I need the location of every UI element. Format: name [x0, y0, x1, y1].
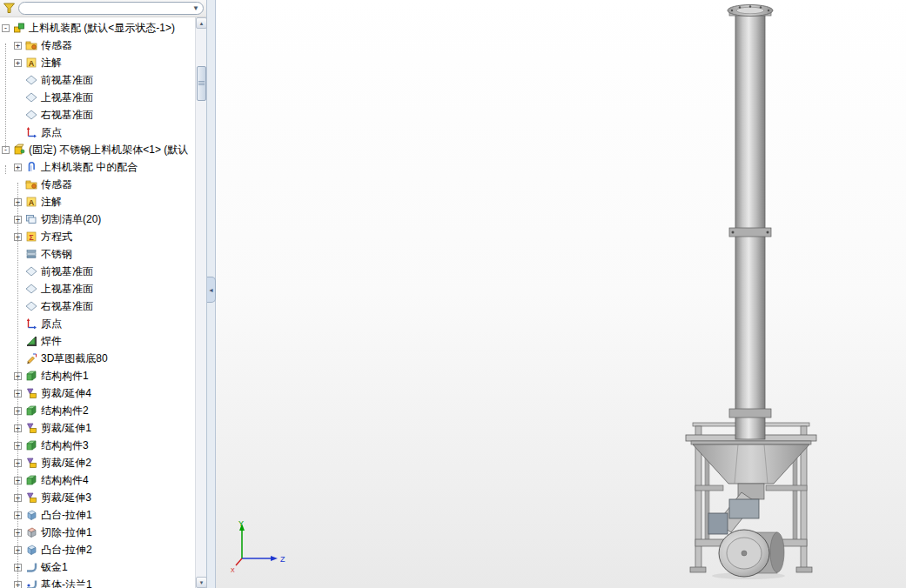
expand-toggle[interactable]: +: [14, 164, 22, 171]
tree-item[interactable]: -(固定) 不锈钢上料机架体<1> (默认: [0, 141, 195, 158]
tree-item-label: 结构构件1: [41, 369, 89, 384]
tree-item[interactable]: +右视基准面: [0, 297, 195, 315]
graphics-viewport[interactable]: Y Z X: [216, 0, 906, 588]
tree-item[interactable]: +结构构件2: [0, 402, 195, 419]
tree-item-label: 原点: [41, 125, 62, 140]
origin-icon: [25, 317, 38, 331]
model-top-flange[interactable]: [728, 5, 773, 17]
tree-item[interactable]: +基体-法兰1: [0, 576, 195, 588]
part-icon: [13, 144, 26, 157]
tree-item[interactable]: +原点: [0, 315, 195, 332]
scrollbar-grip-icon: [198, 81, 205, 85]
structural-icon: [25, 404, 38, 418]
tree-item-label: 钣金1: [41, 560, 68, 575]
plane-icon: [25, 283, 38, 296]
trim-icon: [25, 457, 38, 470]
scrollbar-thumb[interactable]: [197, 66, 206, 101]
model-motor-drum[interactable]: [712, 530, 785, 579]
tree-item[interactable]: +结构构件1: [0, 367, 195, 384]
tree-item[interactable]: +上视基准面: [0, 280, 195, 297]
tree-item[interactable]: +剪裁/延伸2: [0, 454, 195, 471]
svg-text:A: A: [29, 197, 35, 206]
tree-item-label: 传感器: [41, 177, 72, 192]
tree-item[interactable]: +剪裁/延伸1: [0, 419, 195, 437]
tree-item[interactable]: -上料机装配 (默认<显示状态-1>): [0, 19, 195, 37]
tree-item-label: 结构构件2: [41, 404, 89, 418]
tree-item[interactable]: +前视基准面: [0, 71, 195, 89]
tree-item[interactable]: +凸台-拉伸2: [0, 541, 195, 558]
tree-item-label: 传感器: [41, 38, 72, 53]
panel-toolbar: ▼: [0, 0, 206, 17]
tree-item-label: 注解: [41, 56, 62, 70]
expand-toggle[interactable]: +: [14, 42, 22, 50]
tree-item[interactable]: +剪裁/延伸4: [0, 384, 195, 402]
scroll-up-button[interactable]: ▲: [196, 17, 207, 29]
tree-item[interactable]: +A注解: [0, 193, 195, 210]
model-tube[interactable]: [729, 14, 771, 439]
annotation-icon: A: [25, 196, 38, 209]
filter-funnel-icon[interactable]: [3, 2, 16, 15]
tree-item-label: 切割清单(20): [41, 212, 101, 227]
collapse-toggle[interactable]: -: [2, 24, 10, 32]
tree-scrollbar[interactable]: ▲ ▼: [195, 17, 206, 588]
panel-collapse-button[interactable]: ◄: [207, 277, 216, 303]
structural-icon: [25, 474, 38, 487]
sensor-icon: [25, 178, 38, 191]
tree-item[interactable]: +传感器: [0, 176, 195, 193]
sensor-icon: [25, 39, 38, 52]
tree-item-label: 基体-法兰1: [41, 578, 92, 588]
tree-item[interactable]: +上料机装配 中的配合: [0, 158, 195, 176]
tree-item[interactable]: +凸台-拉伸1: [0, 506, 195, 524]
tree-item[interactable]: +3D草图截底80: [0, 350, 195, 367]
tree-item-label: 上料机装配 (默认<显示状态-1>): [29, 21, 175, 36]
expand-toggle[interactable]: +: [14, 59, 22, 67]
tree-item-label: 切除-拉伸1: [41, 525, 92, 540]
chevron-down-icon: ▼: [192, 5, 199, 12]
tree-item-label: 上料机装配 中的配合: [41, 160, 138, 175]
plane-icon: [25, 91, 38, 104]
panel-splitter[interactable]: ◄: [207, 0, 216, 588]
tree-item[interactable]: +Σ方程式: [0, 228, 195, 245]
tree-item[interactable]: +结构构件4: [0, 471, 195, 489]
tree-item[interactable]: +切除-拉伸1: [0, 524, 195, 541]
tree-item-label: 剪裁/延伸4: [41, 386, 91, 401]
baseflange-icon: [25, 578, 38, 588]
tree-guide: [5, 165, 6, 174]
cut-icon: [25, 526, 38, 539]
tree-item[interactable]: +A注解: [0, 54, 195, 71]
trim-icon: [25, 387, 38, 400]
tree-item-label: 结构构件3: [41, 438, 89, 453]
tree-item[interactable]: +传感器: [0, 37, 195, 54]
tree-item-label: 原点: [41, 317, 62, 331]
svg-text:A: A: [29, 58, 35, 67]
tree-item[interactable]: +原点: [0, 124, 195, 141]
tree-guide: [17, 183, 18, 586]
tree-item-label: 剪裁/延伸3: [41, 491, 91, 505]
scroll-down-button[interactable]: ▼: [196, 577, 207, 588]
tree-item[interactable]: +结构构件3: [0, 437, 195, 454]
tree-item[interactable]: +上视基准面: [0, 89, 195, 106]
tree-item-label: 结构构件4: [41, 473, 89, 488]
tree-item-label: 右视基准面: [41, 108, 93, 123]
tree-item[interactable]: +焊件: [0, 332, 195, 350]
tree-item-label: 凸台-拉伸1: [41, 508, 92, 523]
plane-icon: [25, 74, 38, 87]
tree-item[interactable]: +剪裁/延伸3: [0, 489, 195, 506]
tree-item-label: (固定) 不锈钢上料机架体<1> (默认: [29, 143, 188, 157]
tree-item[interactable]: +不锈钢: [0, 245, 195, 263]
tree-item-label: 凸台-拉伸2: [41, 543, 92, 558]
sheetmetal-icon: [25, 561, 38, 574]
svg-text:Σ: Σ: [29, 232, 34, 241]
tree-item-label: 不锈钢: [41, 247, 72, 262]
tree-item[interactable]: +钣金1: [0, 558, 195, 576]
tree-item[interactable]: +右视基准面: [0, 106, 195, 124]
weldment-icon: [25, 335, 38, 348]
model-drive-unit[interactable]: [708, 484, 764, 534]
filter-dropdown[interactable]: ▼: [18, 2, 204, 15]
triad-y-label: Y: [238, 519, 244, 528]
tree-item[interactable]: +前视基准面: [0, 263, 195, 280]
model-screw-feeder[interactable]: [216, 0, 905, 588]
equations-icon: Σ: [25, 231, 38, 244]
tree-item-label: 前视基准面: [41, 264, 93, 279]
tree-item[interactable]: +切割清单(20): [0, 210, 195, 228]
